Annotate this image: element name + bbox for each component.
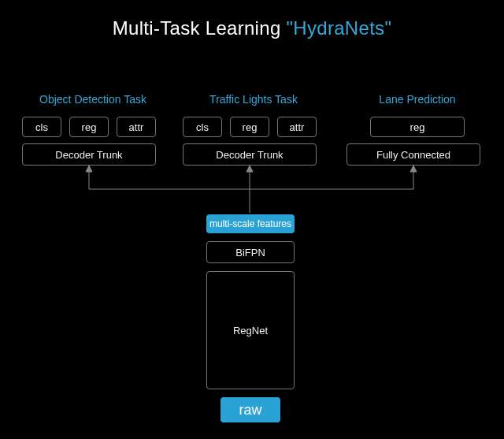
svg-marker-6 xyxy=(410,166,417,172)
svg-marker-2 xyxy=(86,166,92,172)
bifpn: BiFPN xyxy=(206,241,295,263)
diagram-canvas: Multi-Task Learning "HydraNets" Object D… xyxy=(0,0,504,439)
multi-scale-features: multi-scale features xyxy=(206,214,295,233)
raw-input: raw xyxy=(220,397,280,422)
svg-marker-4 xyxy=(246,166,253,172)
regnet: RegNet xyxy=(206,271,295,389)
